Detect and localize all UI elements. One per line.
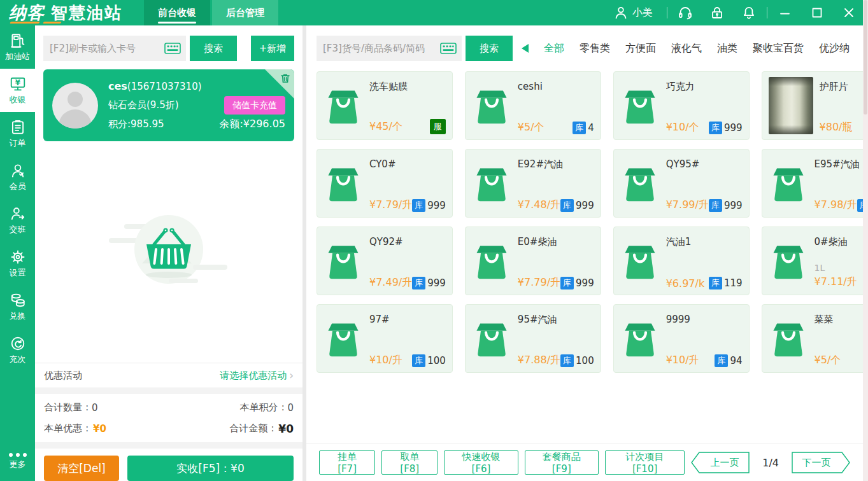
retrieve-order-button[interactable]: 取单[F8] <box>381 450 438 475</box>
product-card[interactable]: 汽油1 ¥6.97/k 库119 <box>613 227 750 295</box>
minimize-button[interactable] <box>778 5 793 20</box>
stock-badge: 库 <box>412 199 425 212</box>
combo-products-button[interactable]: 套餐商品[F9] <box>525 450 599 475</box>
product-card[interactable]: 9999 ¥10/升 库94 <box>613 304 750 373</box>
svg-text:上一页: 上一页 <box>711 457 739 468</box>
product-grid: 洗车贴膜 ¥45/个 服 ceshi ¥5/个 库4 <box>317 71 853 373</box>
remove-member-trash-icon[interactable] <box>280 73 291 84</box>
stock-badge: 库 <box>709 122 722 134</box>
prev-page-button[interactable]: 上一页 <box>691 452 750 473</box>
product-card[interactable]: 巧克力 ¥10/个 库999 <box>613 71 750 140</box>
product-price: ¥5/个 <box>815 354 841 367</box>
top-bar: 纳客 智慧油站 前台收银 后台管理 小美 <box>0 0 868 25</box>
sidebar-item-shift-change[interactable]: 交班 <box>0 199 35 242</box>
gear-icon <box>10 249 26 265</box>
stock-count: 999 <box>576 200 594 211</box>
member-search-button[interactable]: 搜索 <box>190 36 237 61</box>
lock-icon[interactable] <box>709 5 725 20</box>
category-item-oil[interactable]: 油类 <box>717 42 737 55</box>
page-indicator: 1/4 <box>762 457 779 469</box>
empty-cart-illustration <box>105 211 232 293</box>
pagination: 上一页 1/4 下一页 <box>691 452 850 473</box>
stock-badge: 库 <box>709 277 722 289</box>
product-card[interactable]: ceshi ¥5/个 库4 <box>465 71 601 140</box>
member-points: 积分:985.95 <box>108 118 164 130</box>
product-card[interactable]: E0#柴油 ¥7.79/升 库999 <box>465 227 601 295</box>
product-card[interactable]: CY0# ¥7.79/升 库999 <box>317 149 453 218</box>
bag-icon <box>622 240 658 281</box>
category-item-all[interactable]: 全部 <box>544 42 564 55</box>
product-card[interactable]: 护肝片 ¥80/瓶 库9 <box>762 71 868 140</box>
recharge-card-button[interactable]: 储值卡充值 <box>224 96 285 115</box>
bag-icon <box>325 85 362 126</box>
product-card[interactable]: QY92# ¥7.49/升 库999 <box>317 227 453 295</box>
product-card[interactable]: E92#汽油 ¥7.48/升 库999 <box>465 149 601 218</box>
bag-icon <box>473 163 510 204</box>
stock-count: 999 <box>427 200 446 211</box>
bag-icon <box>770 318 807 359</box>
times-item-button[interactable]: 计次项目[F10] <box>605 450 685 475</box>
keyboard-icon[interactable] <box>440 42 457 55</box>
category-item-usana[interactable]: 优沙纳 <box>819 42 850 55</box>
category-item-noodles[interactable]: 方便面 <box>625 42 656 55</box>
maximize-button[interactable] <box>809 5 825 20</box>
hold-order-button[interactable]: 挂单[F7] <box>319 450 375 475</box>
stock-count: 999 <box>724 122 743 134</box>
checkout-button[interactable]: 实收[F5]：¥0 <box>127 456 294 481</box>
cash-register-icon: ¥ <box>10 76 26 92</box>
product-card[interactable]: 洗车贴膜 ¥45/个 服 <box>317 71 453 140</box>
user-name: 小美 <box>632 6 653 20</box>
order-points-label: 本单积分： <box>239 401 287 414</box>
product-price: ¥5/个 <box>518 121 544 134</box>
product-search-button[interactable]: 搜索 <box>466 36 513 61</box>
order-points-value: 0 <box>287 402 294 414</box>
clear-button[interactable]: 清空[Del] <box>44 456 119 481</box>
product-price: ¥10/升 <box>369 354 402 367</box>
sidebar-item-cashier[interactable]: ¥ 收银 <box>0 69 35 112</box>
keyboard-icon[interactable] <box>164 42 181 55</box>
bell-icon[interactable] <box>741 5 757 20</box>
promo-select-link[interactable]: 请选择优惠活动 <box>220 370 287 382</box>
app-title: 智慧油站 <box>51 2 122 24</box>
product-card[interactable]: E95#汽油 ¥7.98/升 库999 <box>762 149 868 218</box>
scrollbar[interactable] <box>863 0 868 481</box>
sidebar-item-settings[interactable]: 设置 <box>0 242 35 285</box>
tab-front-cashier[interactable]: 前台收银 <box>144 0 210 25</box>
member-balance: 余额:¥296.05 <box>219 118 285 131</box>
coins-exchange-icon <box>10 292 26 309</box>
product-price: ¥7.79/升 <box>369 199 412 212</box>
stock-count: 119 <box>724 277 743 289</box>
user-icon[interactable] <box>613 5 629 20</box>
scrollbar-thumb[interactable] <box>864 0 867 115</box>
category-prev-icon[interactable] <box>522 44 529 53</box>
sidebar-item-more[interactable]: 更多 <box>0 442 35 481</box>
quick-cashier-button[interactable]: 快速收银[F6] <box>444 450 518 475</box>
stock-badge: 库 <box>709 199 722 212</box>
category-item-lpg[interactable]: 液化气 <box>671 42 702 55</box>
svg-text:¥: ¥ <box>15 78 20 87</box>
bag-icon <box>325 318 362 359</box>
next-page-button[interactable]: 下一页 <box>792 452 850 473</box>
member-level: 钻石会员(9.5折) <box>108 99 179 111</box>
shift-change-icon <box>10 206 26 222</box>
close-button[interactable] <box>841 5 857 20</box>
sidebar-item-exchange[interactable]: 兑换 <box>0 285 35 328</box>
product-card[interactable]: 95#汽油 ¥7.88/升 库100 <box>465 304 601 373</box>
sidebar-item-recharge-times[interactable]: 充次 <box>0 328 35 372</box>
category-item-department[interactable]: 聚收宝百货 <box>753 42 804 55</box>
divider <box>767 7 767 18</box>
empty-cart-area <box>35 141 302 363</box>
sidebar-item-orders[interactable]: 订单 <box>0 112 35 155</box>
headset-icon[interactable] <box>678 5 693 20</box>
product-price: ¥7.98/升 <box>815 199 857 212</box>
product-card[interactable]: 菜菜 ¥5/个 库50 <box>762 304 868 373</box>
product-card[interactable]: 0#柴油 1L ¥7.11/升 服 <box>762 227 868 295</box>
tab-back-admin[interactable]: 后台管理 <box>212 0 278 25</box>
sidebar-item-members[interactable]: 会员 <box>0 155 35 199</box>
product-card[interactable]: 97# ¥10/升 库100 <box>317 304 453 373</box>
product-card[interactable]: QY95# ¥7.99/升 库999 <box>613 149 750 218</box>
add-member-button[interactable]: +新增 <box>251 36 294 61</box>
sidebar-item-gas-station[interactable]: 加油站 <box>0 25 35 69</box>
product-photo <box>769 77 813 134</box>
category-item-retail[interactable]: 零售类 <box>580 42 610 55</box>
